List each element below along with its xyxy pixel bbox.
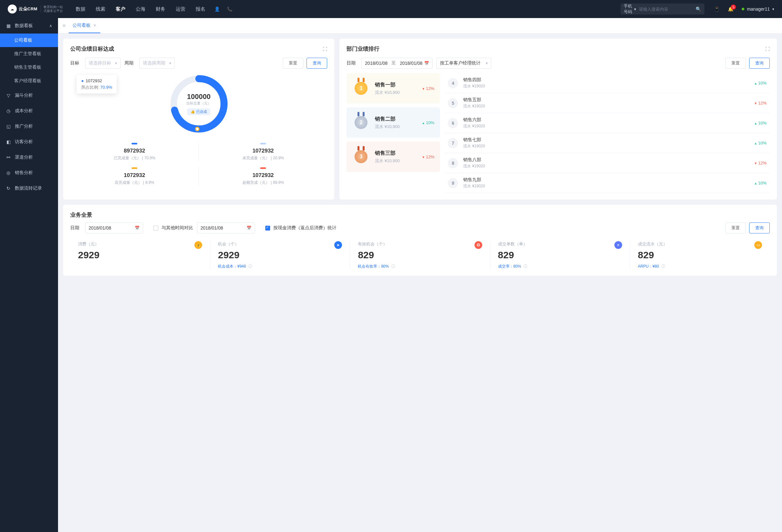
expand-icon[interactable]: ⛶ — [765, 46, 770, 51]
phone-icon[interactable]: 📞 — [227, 6, 233, 11]
sidebar-sub-item[interactable]: 推广主管看板 — [0, 47, 58, 61]
search-icon[interactable]: 🔍 — [696, 6, 701, 11]
sidebar-sub-item[interactable]: 公司看板 — [0, 34, 58, 47]
kpi-label: 消费（元） — [78, 241, 202, 247]
query-button[interactable]: 查询 — [749, 222, 770, 234]
rank-name: 销售九部 — [463, 177, 749, 183]
status-dot-icon — [742, 8, 744, 10]
thumbs-up-icon: 👍 — [190, 110, 195, 114]
rank-top-card[interactable]: 1销售一部流水 ¥10,90012% — [347, 73, 440, 104]
rank-amount: 流水 ¥19020 — [463, 104, 749, 109]
sidebar-item-icon: ◧ — [6, 139, 11, 144]
nav-item[interactable]: 客户 — [116, 6, 126, 12]
expand-icon[interactable]: ⛶ — [323, 46, 327, 51]
sidebar-parent-dashboards[interactable]: ▦ 数据看板 ∧ — [0, 18, 58, 34]
stat-block: 8972932已完成量（元）|70.9% — [70, 143, 199, 161]
rank-pct-change: 10% — [754, 120, 767, 126]
compare-checkbox[interactable]: 与其他时间对比 — [153, 225, 193, 231]
rank-list-item[interactable]: 6销售六部流水 ¥1902010% — [445, 113, 770, 133]
nav-item[interactable]: 运营 — [176, 6, 185, 12]
rank-amount: 流水 ¥19020 — [463, 123, 749, 129]
card-target-title: 公司业绩目标达成 — [70, 45, 114, 52]
help-icon[interactable]: ⓘ — [248, 264, 252, 269]
rank-pct-change: 12% — [754, 101, 767, 105]
date-range-picker[interactable]: 2018/01/08至2018/01/08 📅 — [361, 58, 433, 69]
rank-name: 销售四部 — [463, 77, 749, 83]
nav-item[interactable]: 数据 — [76, 6, 85, 12]
rank-pct-change: 12% — [754, 161, 767, 166]
goal-select[interactable]: 请选择目标▾ — [85, 58, 120, 69]
gauge-status-badge: 👍已达成 — [187, 108, 210, 115]
sidebar-item[interactable]: ⚯渠道分析 — [0, 150, 58, 165]
sidebar-item-label: 销售分析 — [15, 170, 33, 176]
sidebar-item[interactable]: ◷成本分析 — [0, 103, 58, 119]
rank-list-item[interactable]: 4销售四部流水 ¥1902010% — [445, 73, 770, 93]
logo[interactable]: ☁ 云朵CRM 教育机构一站式服务云平台 — [8, 4, 63, 13]
stat-color-bar — [260, 143, 266, 144]
person-icon[interactable]: 👤 — [214, 6, 220, 11]
kpi-icon: ✪ — [474, 241, 482, 249]
stat-color-bar — [132, 143, 137, 144]
card-ranking: 部门业绩排行 ⛶ 日期 2018/01/08至2018/01/08 📅 按工单客… — [340, 39, 777, 200]
kpi-block: ➤机会（个）2929机会成本：¥948 ⓘ — [210, 241, 350, 269]
rank-top-card[interactable]: 2销售二部流水 ¥10,90010% — [347, 107, 440, 138]
rank-pct-change: 10% — [754, 181, 767, 185]
rank-list-item[interactable]: 5销售五部流水 ¥1902012% — [445, 93, 770, 113]
card-overview: 业务全景 日期 2018/01/08📅 与其他时间对比 2018/01/08📅 … — [63, 205, 777, 276]
sidebar-sub-item[interactable]: 销售主管看板 — [0, 61, 58, 74]
rank-list-item[interactable]: 8销售八部流水 ¥1902012% — [445, 153, 770, 173]
rank-number: 4 — [448, 78, 458, 88]
nav-item[interactable]: 线索 — [96, 6, 105, 12]
search-box[interactable]: 手机号码▾ 🔍 — [620, 4, 704, 14]
medal-icon: 3 — [352, 148, 370, 166]
tab-company-board[interactable]: 公司看板 ✕ — [69, 18, 100, 33]
user-menu[interactable]: manager11 ▾ — [742, 6, 774, 11]
kpi-icon: ➤ — [334, 241, 342, 249]
kpi-value: 829 — [638, 250, 762, 260]
search-input[interactable] — [639, 7, 693, 11]
nav-item[interactable]: 公海 — [136, 6, 145, 12]
close-icon[interactable]: ✕ — [93, 23, 96, 28]
nav-item[interactable]: 报名 — [196, 6, 205, 12]
query-button[interactable]: 查询 — [749, 58, 770, 69]
rank-amount: 流水 ¥19020 — [463, 83, 749, 89]
stat-block: 1072932未完成量（元）|20.9% — [199, 143, 327, 161]
help-icon[interactable]: ⓘ — [524, 264, 527, 269]
reset-button[interactable]: 重置 — [283, 58, 303, 69]
search-type-select[interactable]: 手机号码▾ — [624, 3, 636, 15]
kpi-value: 2929 — [218, 250, 342, 260]
rank-top-card[interactable]: 3销售三部流水 ¥10,90012% — [347, 142, 440, 172]
stat-value: 8972932 — [124, 148, 145, 154]
date-picker-2[interactable]: 2018/01/08📅 — [197, 222, 255, 234]
sidebar-item[interactable]: ◧访客分析 — [0, 134, 58, 150]
reset-button[interactable]: 重置 — [725, 58, 746, 69]
help-icon[interactable]: ⓘ — [391, 264, 395, 269]
calendar-icon: 📅 — [247, 226, 251, 230]
cash-checkbox[interactable]: 按现金消费（返点后消费）统计 — [265, 225, 336, 231]
sidebar-sub-item[interactable]: 客户经理看板 — [0, 74, 58, 88]
sidebar: ▦ 数据看板 ∧ 公司看板推广主管看板销售主管看板客户经理看板 ▽漏斗分析◷成本… — [0, 18, 58, 532]
reset-button[interactable]: 重置 — [725, 222, 746, 234]
rank-pct-change: 12% — [422, 154, 434, 159]
sidebar-item[interactable]: ▽漏斗分析 — [0, 88, 58, 103]
sidebar-item[interactable]: ◱推广分析 — [0, 119, 58, 134]
rank-list-item[interactable]: 7销售七部流水 ¥1902010% — [445, 133, 770, 153]
query-button[interactable]: 查询 — [307, 58, 327, 69]
sidebar-item[interactable]: ↻数据流转记录 — [0, 181, 58, 196]
kpi-subtext: 机会成本：¥948 ⓘ — [218, 264, 342, 269]
rank-name: 销售一部 — [375, 81, 400, 88]
help-icon[interactable]: ⓘ — [662, 264, 665, 269]
rank-number: 7 — [448, 138, 458, 148]
rank-amount: 流水 ¥10,900 — [375, 124, 400, 130]
sidebar-item-icon: ◎ — [6, 170, 11, 175]
nav-item[interactable]: 财务 — [156, 6, 165, 12]
sidebar-item[interactable]: ◎销售分析 — [0, 165, 58, 181]
kpi-icon: ▭ — [754, 241, 762, 249]
hamburger-icon[interactable]: ≡ — [63, 23, 65, 29]
period-select[interactable]: 请选择周期▾ — [139, 58, 175, 69]
rank-list-item[interactable]: 9销售九部流水 ¥1902010% — [445, 173, 770, 193]
date-picker-1[interactable]: 2018/01/08📅 — [85, 222, 143, 234]
groupby-select[interactable]: 按工单客户经理统计▾ — [436, 58, 491, 69]
device-icon[interactable]: 📱 — [714, 6, 719, 11]
bell-icon[interactable]: 🔔5 — [728, 6, 733, 11]
